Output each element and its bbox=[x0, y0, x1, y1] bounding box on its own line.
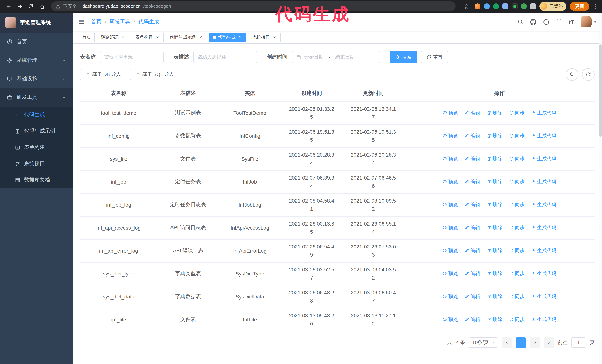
github-link[interactable] bbox=[530, 19, 537, 25]
header-search-button[interactable] bbox=[518, 19, 524, 25]
preview-link[interactable]: 预览 bbox=[442, 224, 458, 231]
forward-button[interactable] bbox=[15, 1, 24, 11]
sidebar-item-home[interactable]: 首页 bbox=[0, 32, 73, 51]
page-button-2[interactable]: 2 bbox=[530, 337, 540, 348]
breadcrumb-item-devtools[interactable]: 研发工具 bbox=[110, 19, 130, 25]
edit-link[interactable]: 编辑 bbox=[464, 247, 480, 254]
sync-link[interactable]: 同步 bbox=[509, 133, 525, 139]
back-button[interactable] bbox=[4, 1, 13, 11]
preview-link[interactable]: 预览 bbox=[442, 270, 458, 277]
profile-badge[interactable]: 已暂停 bbox=[539, 2, 566, 11]
fullscreen-button[interactable] bbox=[556, 19, 562, 25]
generate-code-link[interactable]: 生成代码 bbox=[531, 293, 556, 300]
edit-link[interactable]: 编辑 bbox=[464, 316, 480, 323]
generate-code-link[interactable]: 生成代码 bbox=[531, 316, 556, 323]
sync-link[interactable]: 同步 bbox=[509, 270, 525, 277]
user-menu[interactable]: ▾ bbox=[581, 16, 596, 27]
page-button-1[interactable]: 1 bbox=[516, 337, 526, 348]
scrollbar-thumb[interactable] bbox=[599, 44, 602, 137]
page-size-select[interactable]: 10条/页 ▾ bbox=[469, 337, 498, 348]
table-desc-input[interactable] bbox=[194, 51, 257, 63]
sidebar-item-system-api[interactable]: 系统接口 bbox=[0, 156, 73, 172]
delete-link[interactable]: 删除 bbox=[487, 201, 502, 208]
address-bar[interactable]: 不安全 dashboard.yudao.iocoder.cn/tool/code… bbox=[51, 1, 456, 11]
preview-link[interactable]: 预览 bbox=[442, 293, 458, 300]
delete-link[interactable]: 删除 bbox=[487, 110, 502, 116]
preview-link[interactable]: 预览 bbox=[442, 201, 458, 208]
sync-link[interactable]: 同步 bbox=[509, 156, 525, 162]
preview-link[interactable]: 预览 bbox=[442, 178, 458, 185]
generate-code-link[interactable]: 生成代码 bbox=[531, 133, 556, 139]
font-size-button[interactable]: tT bbox=[569, 19, 574, 25]
sidebar-item-devtools[interactable]: 研发工具 bbox=[0, 88, 73, 107]
delete-link[interactable]: 删除 bbox=[487, 156, 502, 162]
tab-codegen[interactable]: 代码生成× bbox=[209, 32, 246, 42]
sync-link[interactable]: 同步 bbox=[509, 293, 525, 300]
close-icon[interactable]: × bbox=[237, 35, 243, 40]
preview-link[interactable]: 预览 bbox=[442, 133, 458, 139]
bookmark-star-button[interactable] bbox=[462, 1, 471, 11]
sync-link[interactable]: 同步 bbox=[509, 201, 525, 208]
edit-link[interactable]: 编辑 bbox=[464, 201, 480, 208]
breadcrumb-item-home[interactable]: 首页 bbox=[91, 19, 101, 25]
extension-icon[interactable] bbox=[474, 3, 481, 9]
tab-codegen-example[interactable]: 代码生成示例× bbox=[166, 32, 207, 42]
help-button[interactable]: ? bbox=[543, 19, 549, 25]
close-icon[interactable]: × bbox=[198, 35, 203, 40]
generate-code-link[interactable]: 生成代码 bbox=[531, 110, 556, 116]
browser-menu-button[interactable]: ⋮ bbox=[593, 3, 598, 10]
edit-link[interactable]: 编辑 bbox=[464, 224, 480, 231]
prev-page-button[interactable]: ‹ bbox=[502, 337, 512, 348]
edit-link[interactable]: 编辑 bbox=[464, 110, 480, 116]
collapse-sidebar-button[interactable] bbox=[78, 19, 85, 25]
delete-link[interactable]: 删除 bbox=[487, 133, 502, 139]
browser-update-button[interactable]: 更新 bbox=[570, 2, 589, 11]
sync-link[interactable]: 同步 bbox=[509, 178, 525, 185]
sidebar-item-codegen[interactable]: 代码生成 bbox=[0, 107, 73, 123]
extension-icon[interactable] bbox=[502, 3, 508, 9]
import-db-button[interactable]: 基于 DB 导入 bbox=[80, 69, 127, 80]
extension-icon[interactable] bbox=[484, 3, 490, 9]
sidebar-item-infra[interactable]: 基础设施 bbox=[0, 70, 73, 88]
close-icon[interactable]: × bbox=[155, 35, 160, 40]
delete-link[interactable]: 删除 bbox=[487, 316, 502, 323]
tab-form-builder[interactable]: 表单构建× bbox=[131, 32, 164, 42]
generate-code-link[interactable]: 生成代码 bbox=[531, 178, 556, 185]
preview-link[interactable]: 预览 bbox=[442, 316, 458, 323]
sync-link[interactable]: 同步 bbox=[509, 247, 525, 254]
delete-link[interactable]: 删除 bbox=[487, 270, 502, 277]
home-button[interactable] bbox=[37, 1, 47, 11]
search-button[interactable]: 搜索 bbox=[390, 51, 417, 63]
edit-link[interactable]: 编辑 bbox=[464, 156, 480, 162]
reset-button[interactable]: 重置 bbox=[421, 51, 448, 63]
delete-link[interactable]: 删除 bbox=[487, 247, 502, 254]
table-name-input[interactable] bbox=[100, 51, 164, 63]
extension-icon[interactable]: ✓ bbox=[493, 3, 499, 9]
sidebar-item-db-docs[interactable]: 数据库文档 bbox=[0, 172, 73, 188]
reload-button[interactable] bbox=[26, 1, 36, 11]
extensions-puzzle-icon[interactable] bbox=[530, 3, 536, 9]
generate-code-link[interactable]: 生成代码 bbox=[531, 270, 556, 277]
goto-page-input[interactable] bbox=[571, 337, 586, 348]
refresh-table-button[interactable] bbox=[582, 68, 595, 81]
generate-code-link[interactable]: 生成代码 bbox=[531, 156, 556, 162]
generate-code-link[interactable]: 生成代码 bbox=[531, 247, 556, 254]
extension-icon[interactable] bbox=[521, 3, 527, 9]
edit-link[interactable]: 编辑 bbox=[464, 178, 480, 185]
toggle-search-button[interactable] bbox=[566, 68, 578, 81]
tab-tracing[interactable]: 链路追踪× bbox=[97, 32, 129, 42]
generate-code-link[interactable]: 生成代码 bbox=[531, 224, 556, 231]
edit-link[interactable]: 编辑 bbox=[464, 133, 480, 139]
date-range-picker[interactable]: 开始日期 - 结束日期 bbox=[292, 51, 380, 63]
delete-link[interactable]: 删除 bbox=[487, 178, 502, 185]
close-icon[interactable]: × bbox=[272, 35, 277, 40]
preview-link[interactable]: 预览 bbox=[442, 156, 458, 162]
delete-link[interactable]: 删除 bbox=[487, 224, 502, 231]
import-sql-button[interactable]: 基于 SQL 导入 bbox=[130, 69, 180, 80]
preview-link[interactable]: 预览 bbox=[442, 247, 458, 254]
sync-link[interactable]: 同步 bbox=[509, 316, 525, 323]
sidebar-item-codegen-example[interactable]: 代码生成示例 bbox=[0, 123, 73, 139]
tab-system-api[interactable]: 系统接口× bbox=[248, 32, 281, 42]
breadcrumb-item-codegen[interactable]: 代码生成 bbox=[139, 19, 159, 25]
sidebar-item-system[interactable]: 系统管理 bbox=[0, 51, 73, 70]
